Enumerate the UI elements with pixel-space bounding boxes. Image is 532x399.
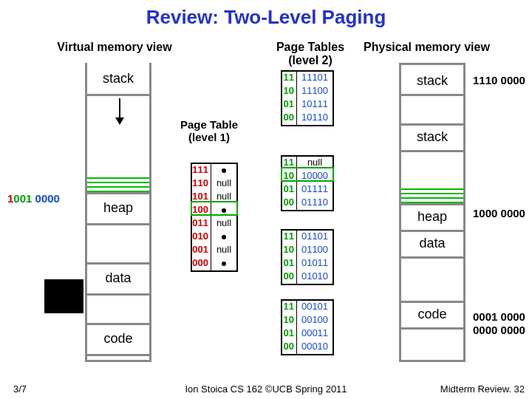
vm-data: data	[87, 262, 149, 293]
page-title: Review: Two-Level Paging	[0, 6, 532, 29]
pm-heap-stripes	[401, 188, 463, 203]
virtual-address: 1001 0000	[7, 192, 60, 205]
phys-addr-3b: 0000 0000	[473, 324, 525, 336]
phys-addr-1: 1110 0000	[473, 74, 525, 86]
page-table-level2-2: 1101101100110001010110001010	[281, 229, 334, 285]
heap-growth-stripes	[87, 177, 149, 192]
pm-stack1: stack	[401, 67, 463, 94]
virtual-label: Virtual memory view	[52, 41, 177, 54]
footer-right: Midterm Review. 32	[440, 383, 525, 395]
vm-stack: stack	[87, 63, 149, 94]
page-table-level2-0: 1111101101110001101110010110	[281, 70, 334, 126]
pt1-label: Page Table (level 1)	[168, 118, 250, 143]
pt2-label: Page Tables (level 2)	[266, 41, 355, 67]
stack-growth-arrow	[119, 98, 120, 123]
page-table-level2-3: 1100101100010001000110000010	[281, 299, 334, 355]
virtual-memory-column: stack heap data code	[85, 63, 151, 362]
pm-code: code	[401, 301, 463, 327]
physical-label: Physical memory view	[362, 41, 491, 54]
physical-memory-column: stack stack heap data code	[399, 63, 466, 362]
pm-stack2: stack	[401, 123, 463, 150]
phys-addr-3a: 0001 0000	[473, 310, 525, 323]
page-table-level2-1: 11null101000001011110001110	[281, 155, 334, 211]
black-patch	[44, 279, 83, 313]
pm-heap: heap	[401, 203, 463, 230]
page-table-level1: 111110null101null100011null010001null000	[191, 163, 238, 272]
vm-heap: heap	[87, 192, 149, 223]
vm-code: code	[87, 323, 149, 354]
phys-addr-2: 1000 0000	[473, 207, 525, 219]
pm-data: data	[401, 230, 463, 256]
